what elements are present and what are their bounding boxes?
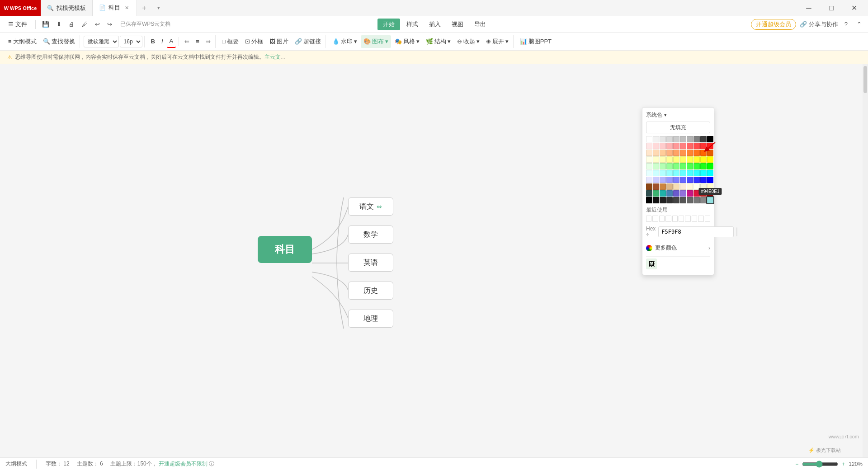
italic-btn[interactable]: I [159, 35, 166, 48]
cp-recent-10[interactable] [705, 216, 710, 222]
font-color-btn[interactable]: A [167, 35, 176, 48]
zoom-slider[interactable] [802, 461, 838, 468]
toolbar-download-btn[interactable]: ⬇ [54, 18, 64, 31]
cp-recent-4[interactable] [665, 216, 671, 222]
toolbar-redo-btn[interactable]: ↪ [104, 18, 115, 31]
color-cell[interactable] [646, 156, 652, 163]
menu-file[interactable]: ☰ 文件 [4, 19, 32, 30]
color-cell[interactable] [687, 136, 693, 142]
color-cell[interactable] [660, 163, 666, 169]
cp-recent-1[interactable] [646, 216, 651, 222]
outer-frame-btn[interactable]: ⊡ 外框 [242, 35, 266, 48]
color-cell[interactable] [666, 170, 673, 176]
toolbar-format-btn[interactable]: 🖊 [79, 18, 90, 31]
color-cell[interactable] [700, 170, 707, 176]
branch-dili[interactable]: 地理 [348, 310, 393, 328]
expand-btn[interactable]: ⊕ 展开 ▾ [483, 35, 511, 48]
color-cell[interactable] [646, 177, 652, 183]
branch-lishi[interactable]: 历史 [348, 282, 393, 300]
branch-shuxue[interactable]: 数学 [348, 226, 393, 244]
toolbar-save-btn[interactable]: 💾 [39, 18, 52, 31]
color-cell[interactable] [693, 156, 700, 163]
menu-tab-insert[interactable]: 插入 [425, 19, 445, 30]
color-cell[interactable] [673, 190, 679, 197]
color-cell[interactable] [666, 143, 673, 149]
tab-more-button[interactable]: ▾ [151, 0, 166, 16]
color-cell[interactable] [680, 183, 686, 190]
color-cell[interactable] [666, 156, 673, 163]
color-cell[interactable] [693, 150, 700, 156]
cp-recent-6[interactable] [679, 216, 684, 222]
cp-recent-8[interactable] [692, 216, 697, 222]
color-cell[interactable] [653, 136, 659, 142]
tab-close-button[interactable]: ✕ [123, 4, 130, 11]
align-left-btn[interactable]: ⇐ [182, 35, 192, 48]
outline-mode-btn[interactable]: ≡ 大纲模式 [5, 35, 39, 48]
menu-tab-view[interactable]: 视图 [447, 19, 468, 30]
color-cell[interactable] [673, 183, 679, 190]
color-cell[interactable] [660, 170, 666, 176]
upgrade-link[interactable]: 开通超级会员不限制 [159, 461, 209, 467]
font-name-select[interactable]: 微软雅黑 [84, 36, 119, 47]
color-cell[interactable] [666, 136, 673, 142]
color-cell[interactable] [680, 143, 686, 149]
color-cell[interactable] [673, 170, 679, 176]
scrollbar-thumb[interactable] [863, 66, 867, 93]
color-cell[interactable] [680, 170, 686, 176]
branch-yuwen[interactable]: 语文 ⇔ [348, 197, 393, 216]
infobar-link[interactable]: 主云文 [264, 53, 281, 61]
color-cell[interactable] [653, 143, 659, 149]
fill-btn[interactable]: 🎨 图布 ▾ [361, 35, 391, 48]
color-cell[interactable] [673, 136, 679, 142]
color-cell[interactable] [687, 177, 693, 183]
color-cell[interactable] [653, 177, 659, 183]
color-cell[interactable] [653, 190, 659, 197]
color-cell[interactable] [707, 156, 713, 163]
canvas-area[interactable]: 科目 语文 ⇔ 数学 英语 历史 地理 系统色 ▾ 无填充 [0, 64, 868, 457]
cp-image-row[interactable]: 🖼 [646, 256, 710, 271]
color-cell[interactable] [680, 156, 686, 163]
color-cell[interactable] [666, 183, 673, 190]
color-cell[interactable] [646, 150, 652, 156]
color-cell[interactable] [653, 197, 659, 203]
color-cell[interactable] [700, 156, 707, 163]
cp-recent-3[interactable] [659, 216, 665, 222]
color-cell[interactable] [707, 170, 713, 176]
menu-tab-export[interactable]: 导出 [470, 19, 491, 30]
color-cell[interactable] [673, 156, 679, 163]
color-cell[interactable] [660, 177, 666, 183]
cp-recent-5[interactable] [672, 216, 678, 222]
color-cell[interactable] [680, 163, 686, 169]
find-replace-btn[interactable]: 🔍 查找替换 [40, 35, 78, 48]
menu-tab-start[interactable]: 开始 [377, 19, 400, 30]
color-cell[interactable] [673, 177, 679, 183]
minimize-button[interactable]: ─ [798, 0, 819, 16]
color-cell[interactable] [707, 177, 713, 183]
color-cell[interactable] [687, 183, 693, 190]
color-cell[interactable] [680, 150, 686, 156]
toolbar-undo-btn[interactable]: ↩ [92, 18, 103, 31]
color-cell[interactable] [693, 163, 700, 169]
color-cell[interactable] [687, 143, 693, 149]
color-cell[interactable] [660, 183, 666, 190]
align-center-btn[interactable]: ≡ [193, 35, 202, 48]
color-cell[interactable] [687, 156, 693, 163]
color-cell[interactable] [687, 197, 693, 203]
color-cell[interactable] [666, 163, 673, 169]
color-cell[interactable] [687, 170, 693, 176]
color-cell[interactable] [680, 136, 686, 142]
color-cell[interactable] [687, 150, 693, 156]
color-cell[interactable] [680, 177, 686, 183]
color-cell[interactable] [673, 163, 679, 169]
color-cell[interactable] [646, 136, 652, 142]
cp-recent-7[interactable] [685, 216, 690, 222]
zoom-in-btn[interactable]: + [842, 461, 845, 467]
cp-hex-input[interactable] [658, 226, 734, 237]
share-button[interactable]: 🔗 分享与协作 [800, 20, 838, 28]
toolbar-print-btn[interactable]: 🖨 [66, 18, 77, 31]
color-cell[interactable] [646, 183, 652, 190]
color-cell[interactable] [666, 177, 673, 183]
color-cell[interactable] [660, 156, 666, 163]
color-cell[interactable] [646, 190, 652, 197]
tab-subject[interactable]: 📄 科目 ✕ [93, 0, 137, 16]
